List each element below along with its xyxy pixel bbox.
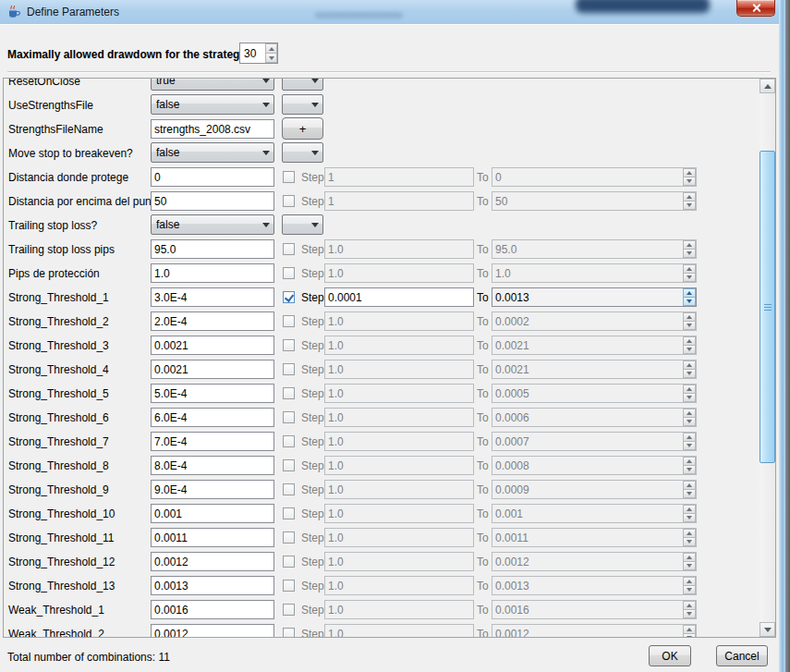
range-combo[interactable] (282, 214, 323, 235)
step-checkbox[interactable] (283, 459, 295, 471)
param-value-combo[interactable]: true (151, 79, 274, 91)
check-icon (285, 292, 294, 302)
chevron-up-icon (687, 507, 692, 511)
parameter-label: Trailing stop loss pips (8, 238, 115, 262)
param-value-input[interactable] (151, 504, 274, 523)
param-value-input[interactable] (151, 239, 274, 259)
to-spin-down-button (683, 514, 696, 522)
close-button[interactable] (736, 0, 775, 17)
vertical-scrollbar[interactable] (760, 79, 775, 637)
chevron-up-icon (687, 580, 692, 583)
param-value-input[interactable] (151, 384, 274, 403)
to-spinner (492, 167, 697, 187)
param-value-input[interactable] (151, 167, 274, 187)
param-value-input[interactable] (151, 432, 274, 451)
param-value-input[interactable] (151, 624, 274, 637)
step-checkbox[interactable] (283, 580, 295, 592)
to-spin-down-button[interactable] (683, 298, 696, 306)
param-value-input[interactable] (151, 360, 274, 379)
to-value-input (492, 529, 683, 546)
param-value-combo[interactable]: false (151, 214, 274, 235)
step-checkbox[interactable] (283, 171, 295, 183)
to-label: To (477, 550, 489, 574)
to-spinner (492, 432, 697, 451)
step-label: Step (301, 574, 324, 598)
to-spin-up-button (683, 312, 696, 322)
drawdown-input[interactable] (240, 43, 265, 63)
add-values-button[interactable]: + (282, 117, 323, 140)
step-checkbox[interactable] (283, 363, 295, 375)
param-value-input[interactable] (151, 552, 274, 571)
step-checkbox[interactable] (283, 628, 295, 637)
param-value-input[interactable] (151, 600, 274, 619)
param-value-input[interactable] (151, 528, 274, 547)
step-checkbox[interactable] (283, 195, 295, 207)
step-label: Step (301, 478, 324, 502)
parameter-row: Distancia donde protegeStepTo (4, 165, 760, 189)
to-spin-up-button (683, 336, 696, 346)
step-checkbox[interactable] (283, 387, 295, 399)
range-combo[interactable] (282, 94, 323, 115)
parameter-row: Strong_Threshold_5StepTo (4, 382, 760, 406)
param-value-input[interactable] (151, 408, 274, 427)
step-checkbox[interactable] (283, 291, 295, 303)
step-checkbox[interactable] (283, 435, 295, 447)
to-label: To (477, 358, 489, 382)
param-value-combo[interactable]: false (151, 94, 274, 115)
to-value-input[interactable] (492, 288, 683, 306)
param-value-input[interactable] (151, 480, 274, 499)
to-spin-down-button (683, 634, 696, 637)
step-value-input (324, 312, 474, 331)
param-value-combo[interactable]: false (151, 142, 274, 163)
drawdown-spin-up-button[interactable] (265, 43, 277, 54)
step-checkbox[interactable] (283, 531, 295, 544)
step-checkbox[interactable] (283, 267, 295, 279)
to-value-input (492, 168, 683, 186)
to-spin-up-button[interactable] (683, 288, 696, 298)
param-value-input[interactable] (151, 336, 274, 355)
to-spinner-buttons (683, 505, 696, 522)
ok-button[interactable]: OK (649, 645, 691, 666)
param-value-input[interactable] (151, 191, 274, 211)
combo-selected-value: true (152, 79, 259, 87)
range-combo[interactable] (282, 79, 323, 91)
step-checkbox[interactable] (283, 507, 295, 519)
step-checkbox[interactable] (283, 243, 295, 255)
to-spinner-buttons (683, 288, 696, 306)
parameters-pane: ResetOnClosetrueUseStrengthsFilefalseStr… (3, 78, 776, 638)
drawdown-spin-down-button[interactable] (265, 54, 277, 63)
range-combo[interactable] (282, 142, 323, 163)
step-checkbox[interactable] (283, 483, 295, 495)
param-value-input[interactable] (151, 119, 274, 139)
combo-arrow-zone (259, 79, 273, 83)
scrollbar-thumb[interactable] (760, 151, 775, 463)
combo-arrow-zone (259, 103, 273, 107)
param-value-input[interactable] (151, 576, 274, 595)
step-checkbox[interactable] (283, 315, 295, 327)
step-checkbox[interactable] (283, 556, 295, 568)
chevron-up-icon (687, 339, 692, 343)
to-label: To (477, 622, 489, 637)
param-value-input[interactable] (151, 456, 274, 475)
close-icon (752, 4, 760, 12)
step-checkbox[interactable] (283, 411, 295, 423)
to-spinner-buttons (683, 336, 696, 354)
step-checkbox[interactable] (283, 339, 295, 351)
to-spinner-buttons (683, 577, 696, 594)
to-spin-down-button (683, 442, 696, 450)
step-value-input[interactable] (324, 287, 474, 307)
to-spin-up-button (683, 625, 696, 634)
cancel-button[interactable]: Cancel (716, 645, 768, 666)
param-value-input[interactable] (151, 312, 274, 331)
chevron-up-icon (687, 363, 692, 367)
step-value-input (324, 432, 474, 451)
param-value-input[interactable] (151, 263, 274, 283)
scrollbar-down-button[interactable] (760, 622, 775, 637)
parameter-label: Strong_Threshold_2 (8, 310, 109, 334)
step-checkbox[interactable] (283, 604, 295, 616)
parameter-row: Strong_Threshold_4StepTo (4, 358, 760, 382)
scrollbar-up-button[interactable] (760, 79, 775, 93)
param-value-input[interactable] (151, 287, 274, 307)
to-spinner-buttons (683, 264, 696, 282)
chevron-down-icon (269, 56, 274, 60)
